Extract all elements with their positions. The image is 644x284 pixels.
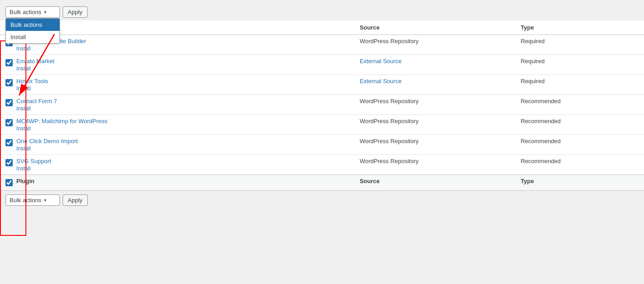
source-text-4: WordPress Repository [360, 118, 419, 125]
source-text-6: WordPress Repository [360, 158, 419, 164]
bottom-toolbar: Bulk actions ▾ Apply [0, 191, 644, 209]
type-cell-2: Required [515, 75, 644, 95]
source-cell-4: WordPress Repository [354, 115, 515, 135]
plugin-action-link-1[interactable]: Install [16, 65, 54, 72]
footer-plugin-cell: Plugin [0, 175, 354, 191]
footer-checkbox[interactable] [5, 179, 13, 186]
footer-plugin-label: Plugin [16, 178, 35, 184]
source-cell-6: WordPress Repository [354, 155, 515, 175]
plugin-cell-1: Envato Market Install [0, 55, 354, 75]
bulk-actions-dropdown-bottom[interactable]: Bulk actions ▾ [5, 194, 60, 206]
type-text-4: Recommended [520, 118, 560, 125]
plugin-name-link-3[interactable]: Contact Form 7 [16, 98, 57, 105]
dropdown-item-bulk-actions[interactable]: Bulk actions [6, 19, 59, 31]
plugin-name-link-2[interactable]: Hostix Tools [16, 78, 48, 85]
plugin-checkbox-2[interactable] [5, 79, 13, 86]
plugin-name-link-4[interactable]: MC4WP: Mailchimp for WordPress [16, 118, 108, 125]
plugin-cell-5: One Click Demo Import Install [0, 135, 354, 155]
source-cell-0: WordPress Repository [354, 35, 515, 55]
type-text-2: Required [520, 78, 545, 85]
plugin-action-link-5[interactable]: Install [16, 145, 78, 152]
footer-source-cell: Source [354, 175, 515, 191]
apply-button-bottom[interactable]: Apply [63, 194, 88, 206]
plugin-action-link-4[interactable]: Install [16, 125, 108, 132]
footer-type-cell: Type [515, 175, 644, 191]
type-text-5: Recommended [520, 138, 560, 144]
page-wrapper: Bulk actions ▾ Apply Bulk actions Instal… [0, 0, 644, 284]
col-header-type: Type [515, 20, 644, 35]
plugin-cell-6: SVG Support Install [0, 155, 354, 175]
table-row: SVG Support Install WordPress Repository… [0, 155, 644, 175]
type-cell-0: Required [515, 35, 644, 55]
top-toolbar: Bulk actions ▾ Apply Bulk actions Instal… [0, 4, 644, 20]
bulk-actions-menu: Bulk actions Install [5, 18, 60, 44]
plugin-checkbox-5[interactable] [5, 139, 13, 146]
source-text-5: WordPress Repository [360, 138, 419, 144]
type-cell-6: Recommended [515, 155, 644, 175]
plugin-action-link-3[interactable]: Install [16, 105, 57, 112]
chevron-down-icon-bottom: ▾ [44, 198, 46, 203]
plugin-action-link-0[interactable]: Install [16, 45, 86, 52]
type-cell-5: Recommended [515, 135, 644, 155]
plugin-name-link-1[interactable]: Envato Market [16, 58, 54, 65]
plugin-action-link-2[interactable]: Install [16, 85, 48, 92]
bulk-actions-label-top: Bulk actions [10, 9, 41, 15]
plugin-name-link-6[interactable]: SVG Support [16, 158, 51, 164]
plugin-checkbox-6[interactable] [5, 159, 13, 166]
type-cell-4: Recommended [515, 115, 644, 135]
col-header-source: Source [354, 20, 515, 35]
plugin-action-link-6[interactable]: Install [16, 165, 51, 172]
table-row: Elementor Website Builder Install WordPr… [0, 35, 644, 55]
source-cell-1: External Source [354, 55, 515, 75]
source-link-1[interactable]: External Source [360, 58, 402, 65]
plugin-cell-4: MC4WP: Mailchimp for WordPress Install [0, 115, 354, 135]
type-cell-3: Recommended [515, 95, 644, 115]
plugin-name-link-5[interactable]: One Click Demo Import [16, 138, 78, 144]
type-text-0: Required [520, 38, 545, 45]
plugins-table: Plugin Source Type Elementor Website Bui… [0, 20, 644, 191]
type-cell-1: Required [515, 55, 644, 75]
source-cell-5: WordPress Repository [354, 135, 515, 155]
plugin-checkbox-1[interactable] [5, 59, 13, 66]
plugin-cell-2: Hostix Tools Install [0, 75, 354, 95]
type-text-6: Recommended [520, 158, 560, 164]
source-cell-2: External Source [354, 75, 515, 95]
table-header-row: Plugin Source Type [0, 20, 644, 35]
type-text-3: Recommended [520, 98, 560, 105]
table-footer-row: Plugin Source Type [0, 175, 644, 191]
source-cell-3: WordPress Repository [354, 95, 515, 115]
type-text-1: Required [520, 58, 545, 65]
plugin-cell-3: Contact Form 7 Install [0, 95, 354, 115]
plugin-checkbox-3[interactable] [5, 99, 13, 106]
table-row: Hostix Tools Install External SourceRequ… [0, 75, 644, 95]
bulk-actions-label-bottom: Bulk actions [10, 197, 41, 204]
table-row: One Click Demo Import Install WordPress … [0, 135, 644, 155]
apply-button-top[interactable]: Apply [63, 6, 88, 18]
source-text-0: WordPress Repository [360, 38, 419, 45]
plugin-checkbox-4[interactable] [5, 119, 13, 126]
table-row: Envato Market Install External SourceReq… [0, 55, 644, 75]
bulk-actions-dropdown-top[interactable]: Bulk actions ▾ [5, 6, 60, 18]
source-text-3: WordPress Repository [360, 98, 419, 105]
dropdown-item-install[interactable]: Install [6, 31, 59, 43]
chevron-down-icon-top: ▾ [44, 10, 46, 15]
table-row: Contact Form 7 Install WordPress Reposit… [0, 95, 644, 115]
source-link-2[interactable]: External Source [360, 78, 402, 85]
table-row: MC4WP: Mailchimp for WordPress Install W… [0, 115, 644, 135]
